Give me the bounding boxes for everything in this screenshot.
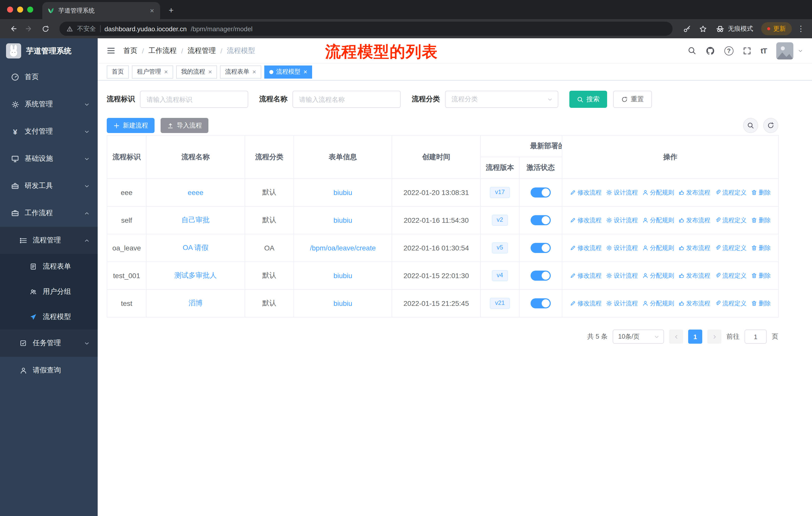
current-page-button[interactable]: 1 [688, 330, 702, 344]
action-delete-model[interactable]: 删除 [751, 299, 771, 308]
model-name-link[interactable]: eeee [188, 188, 203, 196]
action-design-model[interactable]: 设计流程 [606, 299, 638, 308]
tag-process-model[interactable]: 流程模型 × [264, 65, 312, 78]
action-delete-model[interactable]: 删除 [751, 244, 771, 252]
close-icon[interactable]: × [303, 69, 307, 75]
minimize-window-button[interactable] [17, 6, 23, 12]
github-icon[interactable] [706, 46, 715, 55]
sidebar-item-system[interactable]: 系统管理 [0, 91, 98, 118]
sidebar-item-process-model[interactable]: 流程模型 [0, 304, 98, 330]
model-form-link[interactable]: biubiu [334, 299, 352, 307]
app-logo[interactable]: 芋道管理系统 [0, 38, 98, 63]
action-delete-model[interactable]: 删除 [751, 188, 771, 197]
toggle-search-button[interactable] [743, 118, 758, 133]
breadcrumb-home[interactable]: 首页 [123, 46, 138, 55]
sidebar-item-process-form[interactable]: 流程表单 [0, 254, 98, 279]
action-publish-model[interactable]: 发布流程 [678, 216, 710, 224]
fullscreen-icon[interactable] [743, 47, 751, 55]
action-publish-model[interactable]: 发布流程 [678, 299, 710, 308]
model-name-link[interactable]: OA 请假 [183, 243, 209, 251]
sidebar-item-home[interactable]: 首页 [0, 63, 98, 91]
action-publish-model[interactable]: 发布流程 [678, 271, 710, 280]
action-edit-model[interactable]: 修改流程 [570, 299, 602, 308]
sidebar-item-task-mgmt[interactable]: 任务管理 [0, 330, 98, 357]
process-key-input[interactable] [140, 91, 248, 108]
action-design-model[interactable]: 设计流程 [606, 216, 638, 224]
reload-button[interactable] [38, 22, 52, 36]
action-process-definition[interactable]: 流程定义 [715, 216, 747, 224]
action-delete-model[interactable]: 删除 [751, 271, 771, 280]
tag-my-process[interactable]: 我的流程 × [176, 65, 217, 78]
action-publish-model[interactable]: 发布流程 [678, 244, 710, 252]
close-icon[interactable]: × [208, 69, 212, 75]
action-edit-model[interactable]: 修改流程 [570, 188, 602, 197]
browser-menu-icon[interactable]: ⋮ [796, 24, 806, 33]
action-design-model[interactable]: 设计流程 [606, 188, 638, 197]
zoom-window-button[interactable] [27, 6, 33, 12]
forward-button[interactable] [22, 22, 36, 36]
sidebar-item-user-group[interactable]: 用户分组 [0, 279, 98, 304]
action-assign-rule[interactable]: 分配规则 [642, 244, 674, 252]
model-form-link[interactable]: /bpm/oa/leave/create [310, 244, 376, 252]
password-key-icon[interactable] [679, 22, 694, 36]
close-window-button[interactable] [7, 6, 13, 12]
status-toggle[interactable] [530, 298, 551, 308]
sidebar-toggle-icon[interactable] [107, 46, 115, 55]
goto-page-input[interactable] [745, 330, 767, 344]
font-size-icon[interactable]: tT [761, 46, 767, 55]
action-assign-rule[interactable]: 分配规则 [642, 216, 674, 224]
page-size-select[interactable]: 10条/页 [613, 330, 664, 344]
action-publish-model[interactable]: 发布流程 [678, 188, 710, 197]
tag-process-form[interactable]: 流程表单 × [220, 65, 261, 78]
process-category-select[interactable]: 流程分类 [445, 91, 558, 108]
close-icon[interactable]: × [164, 69, 168, 75]
tag-home[interactable]: 首页 [107, 65, 129, 78]
action-process-definition[interactable]: 流程定义 [715, 299, 747, 308]
sidebar-item-devtools[interactable]: 研发工具 [0, 172, 98, 199]
action-assign-rule[interactable]: 分配规则 [642, 188, 674, 197]
action-design-model[interactable]: 设计流程 [606, 271, 638, 280]
sidebar-item-leave-query[interactable]: 请假查询 [0, 357, 98, 384]
breadcrumb-workflow[interactable]: 工作流程 [148, 46, 177, 55]
action-assign-rule[interactable]: 分配规则 [642, 299, 674, 308]
new-tab-button[interactable]: + [164, 3, 178, 18]
status-toggle[interactable] [530, 243, 551, 253]
model-form-link[interactable]: biubiu [334, 216, 352, 224]
action-design-model[interactable]: 设计流程 [606, 244, 638, 252]
action-edit-model[interactable]: 修改流程 [570, 216, 602, 224]
tag-tenant[interactable]: 租户管理 × [132, 65, 173, 78]
sidebar-item-workflow[interactable]: 工作流程 [0, 199, 98, 227]
back-button[interactable] [6, 22, 20, 36]
import-model-button[interactable]: 导入流程 [161, 118, 208, 133]
action-edit-model[interactable]: 修改流程 [570, 244, 602, 252]
status-toggle[interactable] [530, 215, 551, 225]
model-form-link[interactable]: biubiu [334, 188, 352, 196]
next-page-button[interactable] [707, 330, 721, 344]
browser-tab[interactable]: 芋道管理系统 × [42, 2, 160, 19]
reset-button[interactable]: 重置 [613, 91, 652, 108]
model-name-link[interactable]: 自己审批 [181, 216, 210, 224]
status-toggle[interactable] [530, 187, 551, 197]
search-button[interactable]: 搜索 [569, 91, 607, 108]
prev-page-button[interactable] [669, 330, 683, 344]
header-search-icon[interactable] [688, 46, 696, 55]
process-name-input[interactable] [292, 91, 401, 108]
refresh-table-button[interactable] [763, 118, 778, 133]
address-bar[interactable]: 不安全 dashboard.yudao.iocoder.cn/bpm/manag… [59, 22, 672, 36]
model-name-link[interactable]: 滔博 [188, 299, 203, 307]
sidebar-item-payment[interactable]: ¥ 支付管理 [0, 118, 98, 145]
breadcrumb-process-mgmt[interactable]: 流程管理 [188, 46, 216, 55]
avatar[interactable] [776, 42, 793, 59]
action-process-definition[interactable]: 流程定义 [715, 244, 747, 252]
action-process-definition[interactable]: 流程定义 [715, 188, 747, 197]
tab-close-icon[interactable]: × [149, 6, 155, 15]
action-edit-model[interactable]: 修改流程 [570, 271, 602, 280]
action-delete-model[interactable]: 删除 [751, 216, 771, 224]
close-icon[interactable]: × [252, 69, 256, 75]
status-toggle[interactable] [530, 271, 551, 281]
model-name-link[interactable]: 测试多审批人 [174, 271, 217, 279]
help-icon[interactable]: ? [724, 46, 733, 55]
action-assign-rule[interactable]: 分配规则 [642, 271, 674, 280]
sidebar-item-process-mgmt[interactable]: 流程管理 [0, 227, 98, 254]
sidebar-item-infra[interactable]: 基础设施 [0, 145, 98, 172]
